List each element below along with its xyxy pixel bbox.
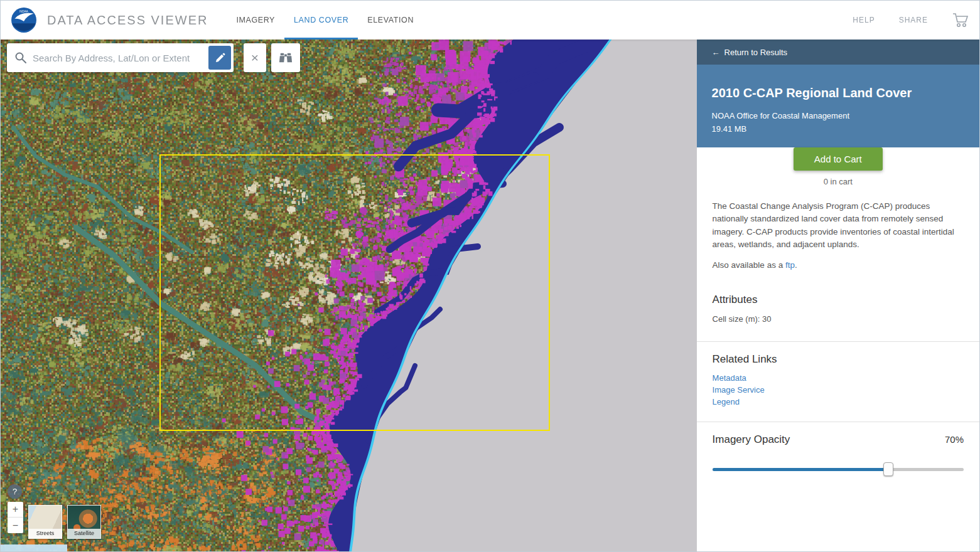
basemap-switcher: Streets Satellite	[28, 505, 101, 539]
clear-search-button[interactable]: ×	[244, 43, 266, 72]
land-cover-map-canvas[interactable]	[1, 40, 697, 552]
tab-elevation[interactable]: ELEVATION	[358, 1, 423, 40]
dataset-header: 2010 C-CAP Regional Land Cover NOAA Offi…	[697, 65, 979, 147]
header-actions: HELP SHARE	[853, 12, 969, 28]
related-links-section: Related Links Metadata Image Service Leg…	[697, 342, 979, 422]
map-attribution-strip	[1, 544, 67, 552]
noaa-logo: NOAA	[11, 7, 37, 33]
opacity-slider-fill	[713, 468, 888, 471]
also-available-prefix: Also available as a	[713, 260, 785, 270]
metadata-link[interactable]: Metadata	[713, 373, 964, 383]
opacity-slider-track[interactable]	[713, 468, 964, 471]
basemap-streets-label: Streets	[29, 529, 62, 538]
basemap-streets[interactable]: Streets	[28, 505, 62, 539]
zoom-out-button[interactable]: −	[8, 518, 23, 533]
dataset-file-size: 19.41 MB	[712, 124, 964, 134]
add-to-cart-button[interactable]: Add to Cart	[794, 147, 883, 171]
draw-extent-button[interactable]	[208, 46, 231, 70]
details-sidebar: ← Return to Results 2010 C-CAP Regional …	[697, 40, 979, 552]
basemap-satellite[interactable]: Satellite	[67, 505, 101, 539]
also-available-suffix: .	[795, 260, 797, 270]
dataset-organization: NOAA Office for Coastal Management	[712, 111, 964, 120]
cart-area: Add to Cart 0 in cart	[697, 147, 979, 186]
opacity-section: Imagery Opacity 70%	[697, 422, 979, 477]
ftp-link[interactable]: ftp	[785, 260, 795, 270]
dataset-description: The Coastal Change Analysis Program (C-C…	[713, 200, 964, 251]
map-help-button[interactable]: ?	[8, 484, 22, 499]
opacity-slider-thumb[interactable]	[883, 462, 893, 476]
legend-link[interactable]: Legend	[713, 397, 964, 406]
share-link[interactable]: SHARE	[899, 16, 928, 24]
app-title: DATA ACCESS VIEWER	[47, 13, 208, 28]
search-box	[7, 43, 234, 72]
related-links-list: Metadata Image Service Legend	[713, 373, 964, 406]
dataset-description-section: The Coastal Change Analysis Program (C-C…	[697, 200, 979, 341]
map-area: × ? + − Streets	[1, 40, 697, 552]
also-available-line: Also available as a ftp.	[713, 260, 964, 270]
cart-icon[interactable]	[952, 12, 969, 28]
zoom-in-button[interactable]: +	[8, 502, 23, 518]
return-to-results-button[interactable]: ← Return to Results	[697, 40, 979, 65]
identify-button[interactable]	[271, 43, 300, 72]
cart-status: 0 in cart	[697, 177, 979, 186]
cell-size-attribute: Cell size (m): 30	[713, 314, 964, 341]
opacity-slider[interactable]	[713, 462, 964, 477]
related-links-heading: Related Links	[713, 353, 964, 366]
opacity-value: 70%	[945, 434, 964, 445]
search-input[interactable]	[33, 53, 208, 63]
map-search-bar: ×	[7, 43, 300, 72]
tab-land-cover[interactable]: LAND COVER	[284, 1, 358, 40]
opacity-row: Imagery Opacity 70%	[713, 433, 964, 446]
svg-text:NOAA: NOAA	[19, 10, 28, 13]
opacity-label: Imagery Opacity	[713, 433, 790, 446]
binoculars-icon	[279, 51, 293, 65]
image-service-link[interactable]: Image Service	[713, 385, 964, 395]
tab-imagery[interactable]: IMAGERY	[227, 1, 284, 40]
main-nav: IMAGERY LAND COVER ELEVATION	[227, 1, 423, 40]
zoom-control: + −	[8, 502, 23, 533]
dataset-title: 2010 C-CAP Regional Land Cover	[712, 85, 964, 101]
basemap-satellite-label: Satellite	[68, 529, 100, 538]
help-link[interactable]: HELP	[853, 16, 875, 24]
back-arrow-icon: ←	[712, 48, 720, 57]
pencil-icon	[215, 53, 225, 63]
attributes-heading: Attributes	[713, 294, 964, 306]
app-header: NOAA DATA ACCESS VIEWER IMAGERY LAND COV…	[1, 1, 979, 40]
return-label: Return to Results	[724, 48, 787, 57]
search-icon	[14, 51, 27, 64]
